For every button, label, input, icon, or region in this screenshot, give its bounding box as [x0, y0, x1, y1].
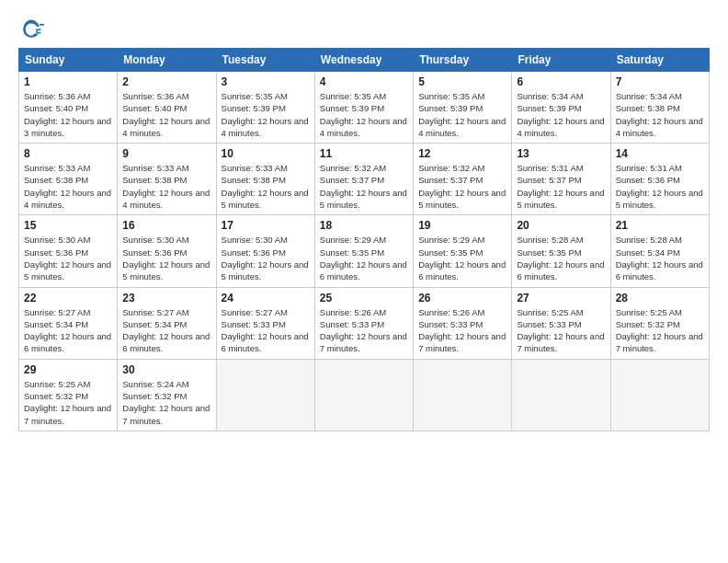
day-number: 27 — [517, 292, 605, 304]
day-number: 6 — [517, 75, 605, 88]
day-number: 17 — [222, 219, 310, 232]
day-info: Sunrise: 5:26 AMSunset: 5:33 PMDaylight:… — [418, 307, 506, 354]
logo-icon — [18, 17, 44, 42]
calendar-body: 1 Sunrise: 5:36 AMSunset: 5:40 PMDayligh… — [19, 72, 710, 431]
day-number: 22 — [24, 292, 112, 304]
table-row: 28 Sunrise: 5:25 AMSunset: 5:32 PMDaylig… — [610, 287, 709, 359]
table-row: 16 Sunrise: 5:30 AMSunset: 5:36 PMDaylig… — [118, 215, 216, 287]
day-number: 15 — [24, 219, 112, 232]
table-row: 8 Sunrise: 5:33 AMSunset: 5:38 PMDayligh… — [19, 144, 118, 215]
table-row: 24 Sunrise: 5:27 AMSunset: 5:33 PMDaylig… — [216, 287, 314, 359]
day-info: Sunrise: 5:32 AMSunset: 5:37 PMDaylight:… — [418, 163, 506, 210]
day-info: Sunrise: 5:33 AMSunset: 5:38 PMDaylight:… — [122, 163, 210, 210]
calendar-table: Sunday Monday Tuesday Wednesday Thursday… — [18, 48, 710, 431]
day-info: Sunrise: 5:25 AMSunset: 5:32 PMDaylight:… — [24, 379, 111, 426]
day-number: 2 — [122, 75, 210, 88]
day-info: Sunrise: 5:34 AMSunset: 5:39 PMDaylight:… — [517, 91, 604, 138]
day-number: 26 — [418, 292, 506, 304]
day-info: Sunrise: 5:30 AMSunset: 5:36 PMDaylight:… — [122, 235, 210, 282]
day-info: Sunrise: 5:35 AMSunset: 5:39 PMDaylight:… — [222, 91, 309, 138]
table-row: 3 Sunrise: 5:35 AMSunset: 5:39 PMDayligh… — [216, 72, 314, 144]
table-row: 27 Sunrise: 5:25 AMSunset: 5:33 PMDaylig… — [512, 287, 610, 359]
calendar-header-row: Sunday Monday Tuesday Wednesday Thursday… — [19, 49, 710, 72]
col-thursday: Thursday — [414, 49, 512, 72]
day-info: Sunrise: 5:36 AMSunset: 5:40 PMDaylight:… — [122, 91, 210, 138]
calendar-week-row: 22 Sunrise: 5:27 AMSunset: 5:34 PMDaylig… — [19, 287, 710, 359]
day-number: 24 — [222, 292, 310, 304]
day-number: 1 — [24, 75, 112, 88]
day-number: 9 — [122, 147, 210, 160]
calendar-page: Sunday Monday Tuesday Wednesday Thursday… — [0, 0, 728, 441]
table-row: 30 Sunrise: 5:24 AMSunset: 5:32 PMDaylig… — [118, 359, 216, 431]
table-row: 17 Sunrise: 5:30 AMSunset: 5:36 PMDaylig… — [216, 215, 314, 287]
day-info: Sunrise: 5:24 AMSunset: 5:32 PMDaylight:… — [122, 379, 210, 426]
day-number: 14 — [616, 147, 704, 160]
day-info: Sunrise: 5:33 AMSunset: 5:38 PMDaylight:… — [222, 163, 309, 210]
table-row: 20 Sunrise: 5:28 AMSunset: 5:35 PMDaylig… — [512, 215, 610, 287]
day-number: 12 — [418, 147, 506, 160]
day-info: Sunrise: 5:35 AMSunset: 5:39 PMDaylight:… — [418, 91, 506, 138]
empty-cell — [512, 359, 610, 431]
day-info: Sunrise: 5:30 AMSunset: 5:36 PMDaylight:… — [222, 235, 309, 282]
table-row: 4 Sunrise: 5:35 AMSunset: 5:39 PMDayligh… — [314, 72, 413, 144]
day-number: 13 — [517, 147, 605, 160]
table-row: 5 Sunrise: 5:35 AMSunset: 5:39 PMDayligh… — [414, 72, 512, 144]
day-info: Sunrise: 5:25 AMSunset: 5:32 PMDaylight:… — [616, 307, 703, 354]
table-row: 7 Sunrise: 5:34 AMSunset: 5:38 PMDayligh… — [610, 72, 709, 144]
day-info: Sunrise: 5:35 AMSunset: 5:39 PMDaylight:… — [320, 91, 407, 138]
day-number: 7 — [616, 75, 704, 88]
calendar-week-row: 8 Sunrise: 5:33 AMSunset: 5:38 PMDayligh… — [19, 144, 710, 215]
day-info: Sunrise: 5:25 AMSunset: 5:33 PMDaylight:… — [517, 307, 604, 354]
day-info: Sunrise: 5:27 AMSunset: 5:34 PMDaylight:… — [24, 307, 111, 354]
table-row: 29 Sunrise: 5:25 AMSunset: 5:32 PMDaylig… — [19, 359, 118, 431]
calendar-week-row: 1 Sunrise: 5:36 AMSunset: 5:40 PMDayligh… — [19, 72, 710, 144]
day-info: Sunrise: 5:31 AMSunset: 5:36 PMDaylight:… — [616, 163, 703, 210]
day-number: 21 — [616, 219, 704, 232]
day-number: 23 — [122, 292, 210, 304]
table-row: 25 Sunrise: 5:26 AMSunset: 5:33 PMDaylig… — [314, 287, 413, 359]
table-row: 23 Sunrise: 5:27 AMSunset: 5:34 PMDaylig… — [118, 287, 216, 359]
day-number: 28 — [616, 292, 704, 304]
table-row: 6 Sunrise: 5:34 AMSunset: 5:39 PMDayligh… — [512, 72, 610, 144]
day-info: Sunrise: 5:26 AMSunset: 5:33 PMDaylight:… — [320, 307, 407, 354]
day-number: 19 — [418, 219, 506, 232]
table-row: 26 Sunrise: 5:26 AMSunset: 5:33 PMDaylig… — [414, 287, 512, 359]
col-monday: Monday — [118, 49, 216, 72]
day-number: 3 — [222, 75, 310, 88]
table-row: 15 Sunrise: 5:30 AMSunset: 5:36 PMDaylig… — [19, 215, 118, 287]
day-number: 20 — [517, 219, 605, 232]
col-saturday: Saturday — [610, 49, 709, 72]
day-info: Sunrise: 5:28 AMSunset: 5:34 PMDaylight:… — [616, 235, 703, 282]
table-row: 18 Sunrise: 5:29 AMSunset: 5:35 PMDaylig… — [314, 215, 413, 287]
col-wednesday: Wednesday — [314, 49, 413, 72]
logo — [18, 17, 48, 42]
table-row: 19 Sunrise: 5:29 AMSunset: 5:35 PMDaylig… — [414, 215, 512, 287]
calendar-week-row: 29 Sunrise: 5:25 AMSunset: 5:32 PMDaylig… — [19, 359, 710, 431]
day-info: Sunrise: 5:31 AMSunset: 5:37 PMDaylight:… — [517, 163, 604, 210]
day-info: Sunrise: 5:29 AMSunset: 5:35 PMDaylight:… — [418, 235, 506, 282]
day-info: Sunrise: 5:36 AMSunset: 5:40 PMDaylight:… — [24, 91, 111, 138]
day-number: 16 — [122, 219, 210, 232]
col-sunday: Sunday — [19, 49, 118, 72]
day-info: Sunrise: 5:27 AMSunset: 5:34 PMDaylight:… — [122, 307, 210, 354]
table-row: 13 Sunrise: 5:31 AMSunset: 5:37 PMDaylig… — [512, 144, 610, 215]
header — [18, 17, 710, 42]
empty-cell — [414, 359, 512, 431]
calendar-week-row: 15 Sunrise: 5:30 AMSunset: 5:36 PMDaylig… — [19, 215, 710, 287]
day-info: Sunrise: 5:32 AMSunset: 5:37 PMDaylight:… — [320, 163, 407, 210]
day-info: Sunrise: 5:28 AMSunset: 5:35 PMDaylight:… — [517, 235, 604, 282]
table-row: 21 Sunrise: 5:28 AMSunset: 5:34 PMDaylig… — [610, 215, 709, 287]
day-number: 5 — [418, 75, 506, 88]
col-friday: Friday — [512, 49, 610, 72]
empty-cell — [314, 359, 413, 431]
day-info: Sunrise: 5:27 AMSunset: 5:33 PMDaylight:… — [222, 307, 309, 354]
col-tuesday: Tuesday — [216, 49, 314, 72]
table-row: 10 Sunrise: 5:33 AMSunset: 5:38 PMDaylig… — [216, 144, 314, 215]
table-row: 9 Sunrise: 5:33 AMSunset: 5:38 PMDayligh… — [118, 144, 216, 215]
table-row: 14 Sunrise: 5:31 AMSunset: 5:36 PMDaylig… — [610, 144, 709, 215]
day-info: Sunrise: 5:33 AMSunset: 5:38 PMDaylight:… — [24, 163, 111, 210]
day-number: 18 — [320, 219, 408, 232]
day-info: Sunrise: 5:29 AMSunset: 5:35 PMDaylight:… — [320, 235, 407, 282]
table-row: 2 Sunrise: 5:36 AMSunset: 5:40 PMDayligh… — [118, 72, 216, 144]
day-info: Sunrise: 5:30 AMSunset: 5:36 PMDaylight:… — [24, 235, 111, 282]
